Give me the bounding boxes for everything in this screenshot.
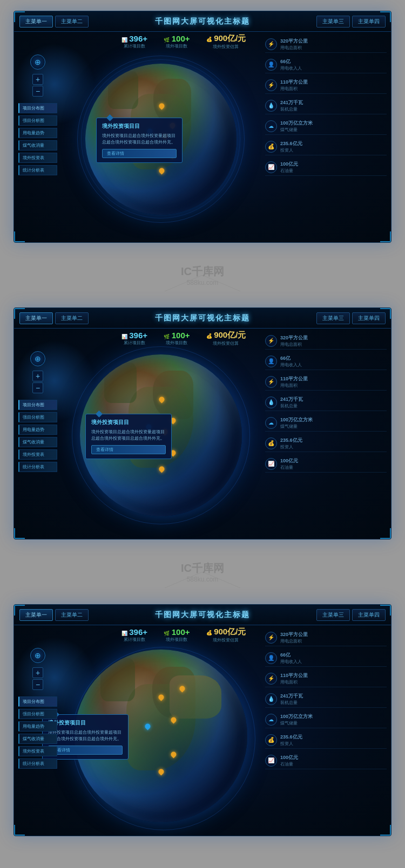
sidebar-item-3-4[interactable]: 境外投资表 (18, 746, 57, 756)
sidebar-item-1[interactable]: 强目分析图 (18, 115, 57, 126)
stat2-lbl-6: 石油量 (280, 464, 387, 470)
nav-center-title-3: 千图网大屏可视化主标题 (155, 610, 250, 620)
tooltip-btn-3[interactable]: 查看详情 (48, 746, 123, 755)
sidebar-item-3[interactable]: 煤气收消量 (18, 140, 57, 151)
tooltip-content-2: 境外投资项目总超合境外投资量超项目总超合境外投资项目总超合境外外充。 (91, 429, 166, 442)
nav-btn-menu2[interactable]: 主菜单二 (55, 16, 89, 28)
sidebar-item-3-3[interactable]: 煤气收消量 (18, 734, 57, 744)
sidebar-item-2-3[interactable]: 煤气收消量 (18, 437, 57, 447)
sidebar-item-2-5[interactable]: 统计分析表 (18, 462, 57, 472)
right-stat3-4: ☁ 100万亿立方米 煤气储量 (265, 711, 387, 728)
sidebar-item-3-0[interactable]: 项目分布图 (18, 696, 57, 707)
stat-lbl-6: 石油量 (280, 168, 387, 174)
globe-area-1: 境外投资项目目 境外投资项目总超合境外投资量超项目总超合境外投资项目总超合境外外… (60, 41, 261, 237)
zoom-out-btn-3[interactable]: − (32, 679, 43, 690)
nav-btn-menu3-2[interactable]: 主菜单三 (316, 312, 350, 324)
sidebar-menu-1: 项目分布图 强目分析图 用电量趋势 煤气收消量 境外投资表 统计分析表 (18, 103, 57, 175)
marker-3-2[interactable] (170, 715, 176, 724)
connector-lines-2 (148, 572, 256, 588)
stat2-icon-2: ⚡ (265, 376, 277, 388)
corner-tr-1 (380, 11, 391, 22)
stats-bar-3: 📊 396+ 累计项目数 🌿 100+ 境外项目数 💰 900亿/元 境外投资估… (111, 625, 256, 645)
sidebar-item-3-1[interactable]: 强目分析图 (18, 709, 57, 719)
nav-btn-menu3-3[interactable]: 主菜单三 (316, 609, 350, 621)
stats-bar-2: 📊 396+ 累计项目数 🌿 100+ 境外项目数 💰 900亿/元 境外投资估… (111, 329, 256, 348)
zoom-in-btn[interactable]: + (32, 74, 43, 85)
compass-icon-3[interactable]: ⊕ (30, 648, 45, 663)
stat-investment-2: 💰 900亿/元 境外投资估算 (206, 330, 246, 346)
stat-val-2: 110平方公里 (280, 78, 387, 86)
right-stat3-0: ⚡ 320平方公里 用电总面积 (265, 629, 387, 646)
globe-tooltip-2: 境外投资项目目 境外投资项目总超合境外投资量超项目总超合境外投资项目总超合境外外… (85, 414, 172, 459)
marker-blue-3-1[interactable] (144, 722, 150, 730)
sidebar-item-5[interactable]: 统计分析表 (18, 165, 57, 175)
stat-overseas-value: 🌿 100+ (164, 34, 190, 43)
left-sidebar-1: ⊕ + − 项目分布图 强目分析图 用电量趋势 煤气收消量 境外投资表 统计分析… (18, 54, 57, 175)
stat-projects-3: 📊 396+ 累计项目数 (122, 627, 147, 643)
stat3-info-4: 100万亿立方米 煤气储量 (280, 713, 387, 726)
marker-3-4[interactable] (170, 750, 176, 758)
sidebar-item-3-5[interactable]: 统计分析表 (18, 758, 57, 769)
corner-bl-1 (14, 231, 25, 242)
right-stats-2: ⚡ 320平方公里 用电总面积 👤 66亿 用电收入人 ⚡ (265, 332, 387, 473)
right-stat-4: ☁ 100万亿立方米 煤气储量 (265, 118, 387, 135)
right-stat2-3: 💧 241万千瓦 装机总量 (265, 394, 387, 411)
globe-area-2: 境外投资项目目 境外投资项目总超合境外投资量超项目总超合境外投资项目总超合境外外… (60, 334, 261, 536)
zoom-out-btn[interactable]: − (32, 86, 43, 97)
tooltip-btn-1[interactable]: 查看详情 (102, 149, 177, 158)
stat2-info-1: 66亿 用电收入人 (280, 354, 387, 368)
sidebar-item-2-1[interactable]: 强目分析图 (18, 412, 57, 422)
sidebar-item-0[interactable]: 项目分布图 (18, 103, 57, 113)
stat2-icon-6: 📈 (265, 458, 277, 470)
marker-5[interactable] (158, 166, 164, 175)
stat3-lbl-6: 石油量 (280, 761, 387, 767)
continent-namerica-2 (104, 363, 137, 403)
compass-icon[interactable]: ⊕ (30, 54, 45, 70)
stat3-icon-6: 📈 (265, 755, 277, 767)
stat3-info-6: 100亿元 石油量 (280, 754, 387, 767)
sidebar-item-2-0[interactable]: 项目分布图 (18, 400, 57, 410)
stat3-val-4: 100万亿立方米 (280, 713, 387, 720)
sidebar-item-2-2[interactable]: 用电量趋势 (18, 425, 57, 435)
tooltip-btn-2[interactable]: 查看详情 (91, 445, 166, 454)
stat-projects-label-2: 累计项目数 (124, 340, 145, 346)
right-stat3-5: 💰 235.6亿元 投资人 (265, 732, 387, 749)
tooltip-title-2: 境外投资项目目 (91, 419, 166, 426)
marker-3-1[interactable] (157, 693, 164, 701)
stat2-info-5: 235.6亿元 投资人 (280, 436, 387, 450)
sidebar-item-2-4[interactable]: 境外投资表 (18, 449, 57, 460)
marker-1[interactable] (158, 101, 164, 110)
corner-br-3 (380, 825, 391, 836)
marker-3-3[interactable] (178, 684, 185, 693)
marker-3-5[interactable] (157, 767, 164, 776)
nav-btn-menu2-2[interactable]: 主菜单二 (55, 312, 89, 324)
marker-2-1[interactable] (158, 395, 164, 404)
stat-overseas-3: 🌿 100+ 境外项目数 (164, 627, 190, 643)
right-stats-3: ⚡ 320平方公里 用电总面积 👤 66亿 用电收入人 ⚡ (265, 629, 387, 769)
zoom-in-btn-2[interactable]: + (32, 371, 43, 381)
stat2-icon-3: 💧 (265, 397, 277, 408)
globe-tooltip-1: 境外投资项目目 境外投资项目总超合境外投资量超项目总超合境外投资项目总超合境外外… (96, 118, 183, 163)
zoom-in-btn-3[interactable]: + (32, 667, 43, 678)
nav-btn-menu3[interactable]: 主菜单三 (316, 16, 350, 28)
zoom-out-btn-2[interactable]: − (32, 382, 43, 393)
nav-center-title-1: 千图网大屏可视化主标题 (155, 17, 250, 26)
dashboard-panel-2: 主菜单一 主菜单二 千图网大屏可视化主标题 主菜单三 主菜单四 📊 396+ 累… (14, 307, 392, 539)
sidebar-item-4[interactable]: 境外投资表 (18, 153, 57, 163)
stat-icon-2: ⚡ (265, 79, 277, 91)
sidebar-item-3-2[interactable]: 用电量趋势 (18, 721, 57, 732)
zoom-controls-2: + − (18, 371, 57, 393)
marker-2-5[interactable] (158, 464, 164, 473)
stat3-icon-5: 💰 (265, 734, 277, 746)
compass-icon-2[interactable]: ⊕ (30, 351, 45, 366)
stat-icon-0: ⚡ (265, 38, 277, 50)
sidebar-item-2[interactable]: 用电量趋势 (18, 128, 57, 138)
stat2-val-3: 241万千瓦 (280, 395, 387, 403)
stat3-lbl-4: 煤气储量 (280, 720, 387, 726)
stat3-icon-0: ⚡ (265, 632, 277, 644)
right-stat3-3: 💧 241万千瓦 装机总量 (265, 691, 387, 708)
stat-val-3: 241万千瓦 (280, 99, 387, 106)
stat3-icon-3: 💧 (265, 693, 277, 705)
nav-btn-menu2-3[interactable]: 主菜单二 (55, 609, 89, 621)
stat-projects-value: 📊 396+ (122, 34, 147, 43)
